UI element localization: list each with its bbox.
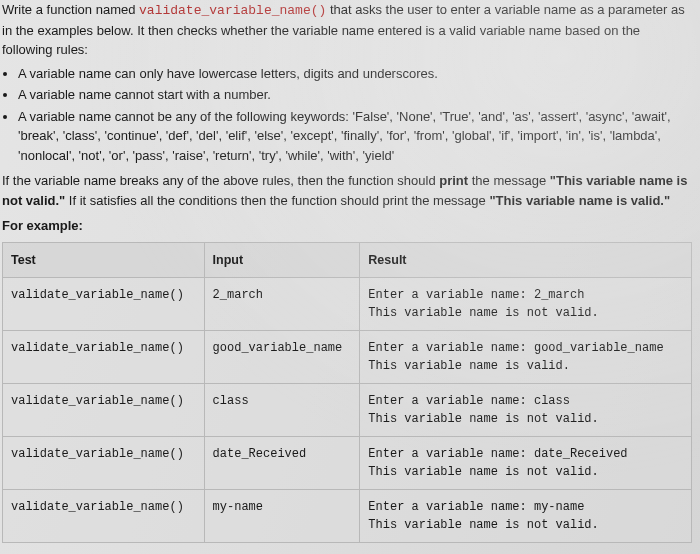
table-row: validate_variable_name() my-name Enter a… — [3, 490, 692, 543]
rule-item: A variable name cannot be any of the fol… — [18, 107, 692, 166]
rule-item: A variable name cannot start with a numb… — [18, 85, 692, 105]
cell-input: date_Received — [204, 437, 360, 490]
cell-input: 2_march — [204, 278, 360, 331]
examples-table: Test Input Result validate_variable_name… — [2, 242, 692, 544]
rules-list: A variable name can only have lowercase … — [18, 64, 692, 166]
table-row: validate_variable_name() class Enter a v… — [3, 384, 692, 437]
cell-result: Enter a variable name: good_variable_nam… — [360, 331, 692, 384]
outcome-mid2: If it satisfies all the conditions then … — [65, 193, 489, 208]
table-row: validate_variable_name() date_Received E… — [3, 437, 692, 490]
outcome-prefix: If the variable name breaks any of the a… — [2, 173, 439, 188]
header-test: Test — [3, 242, 205, 278]
function-name: validate_variable_name() — [139, 3, 326, 18]
print-word: print — [439, 173, 468, 188]
cell-test: validate_variable_name() — [3, 331, 205, 384]
cell-result: Enter a variable name: my-name This vari… — [360, 490, 692, 543]
cell-test: validate_variable_name() — [3, 384, 205, 437]
example-label: For example: — [2, 216, 692, 236]
cell-input: good_variable_name — [204, 331, 360, 384]
intro-paragraph: Write a function named validate_variable… — [2, 0, 692, 60]
message-valid: "This variable name is valid." — [489, 193, 670, 208]
table-row: validate_variable_name() good_variable_n… — [3, 331, 692, 384]
example-label-text: For example: — [2, 218, 83, 233]
intro-prefix: Write a function named — [2, 2, 139, 17]
cell-result: Enter a variable name: date_Received Thi… — [360, 437, 692, 490]
outcome-mid1: the message — [468, 173, 550, 188]
cell-result: Enter a variable name: 2_march This vari… — [360, 278, 692, 331]
cell-input: my-name — [204, 490, 360, 543]
table-header-row: Test Input Result — [3, 242, 692, 278]
cell-test: validate_variable_name() — [3, 490, 205, 543]
rule-item: A variable name can only have lowercase … — [18, 64, 692, 84]
cell-test: validate_variable_name() — [3, 437, 205, 490]
header-input: Input — [204, 242, 360, 278]
table-row: validate_variable_name() 2_march Enter a… — [3, 278, 692, 331]
cell-input: class — [204, 384, 360, 437]
document-body: Write a function named validate_variable… — [0, 0, 694, 543]
cell-result: Enter a variable name: class This variab… — [360, 384, 692, 437]
cell-test: validate_variable_name() — [3, 278, 205, 331]
header-result: Result — [360, 242, 692, 278]
outcome-paragraph: If the variable name breaks any of the a… — [2, 171, 692, 210]
